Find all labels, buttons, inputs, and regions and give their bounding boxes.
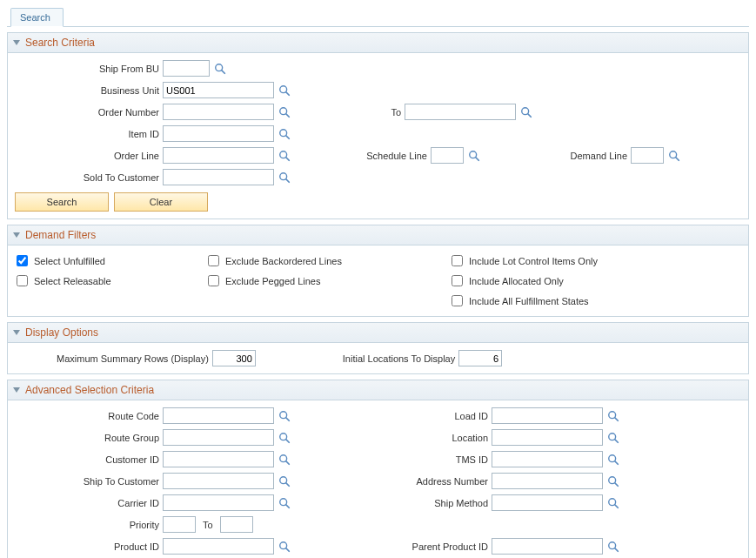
checkbox-input[interactable]	[452, 295, 463, 306]
priority-from-input[interactable]	[163, 516, 196, 533]
carrier-id-input[interactable]	[163, 494, 274, 511]
lookup-icon[interactable]	[278, 409, 291, 422]
search-button[interactable]: Search	[15, 192, 109, 212]
business-unit-label: Business Unit	[13, 85, 163, 96]
checkbox-input[interactable]	[452, 275, 463, 286]
lookup-icon[interactable]	[278, 171, 291, 184]
initial-locations-input[interactable]	[458, 350, 502, 366]
checkbox-input[interactable]	[452, 255, 463, 266]
tms-id-label: TMS ID	[352, 454, 492, 465]
product-id-input[interactable]	[163, 538, 274, 555]
checkbox-input[interactable]	[208, 255, 219, 266]
lookup-icon[interactable]	[519, 105, 532, 118]
exclude-backordered-checkbox[interactable]: Exclude Backordered Lines	[204, 252, 448, 269]
parent-product-id-label: Parent Product ID	[352, 541, 492, 552]
select-releasable-checkbox[interactable]: Select Releasable	[13, 272, 204, 289]
lookup-icon[interactable]	[278, 453, 291, 466]
order-number-to-label: To	[352, 107, 405, 118]
lookup-icon[interactable]	[278, 105, 291, 118]
product-id-label: Product ID	[13, 541, 163, 552]
load-id-input[interactable]	[492, 407, 603, 424]
checkbox-label: Exclude Pegged Lines	[225, 276, 320, 286]
lookup-icon[interactable]	[278, 474, 291, 487]
include-allocated-checkbox[interactable]: Include Allocated Only	[448, 272, 726, 289]
section-header-demand-filters[interactable]: Demand Filters	[7, 225, 749, 245]
lookup-icon[interactable]	[278, 496, 291, 509]
checkbox-input[interactable]	[17, 275, 28, 286]
route-code-input[interactable]	[163, 407, 274, 424]
address-number-input[interactable]	[492, 473, 603, 489]
include-lot-checkbox[interactable]: Include Lot Control Items Only	[448, 252, 726, 269]
max-rows-input[interactable]	[212, 350, 256, 366]
ship-from-bu-label: Ship From BU	[13, 64, 163, 74]
collapse-icon	[13, 232, 20, 238]
lookup-icon[interactable]	[278, 540, 291, 553]
lookup-icon[interactable]	[213, 62, 226, 75]
business-unit-input[interactable]	[163, 82, 274, 98]
checkbox-input[interactable]	[208, 275, 219, 286]
ship-from-bu-input[interactable]	[163, 60, 210, 77]
tab-bar: Search	[7, 7, 749, 27]
lookup-icon[interactable]	[606, 474, 619, 487]
location-label: Location	[352, 433, 492, 443]
exclude-pegged-checkbox[interactable]: Exclude Pegged Lines	[204, 272, 448, 289]
clear-button[interactable]: Clear	[114, 192, 208, 212]
demand-line-input[interactable]	[631, 147, 664, 164]
section-header-search-criteria[interactable]: Search Criteria	[7, 32, 749, 53]
tab-search[interactable]: Search	[10, 8, 64, 27]
route-group-input[interactable]	[163, 429, 274, 446]
lookup-icon[interactable]	[467, 149, 480, 162]
carrier-id-label: Carrier ID	[13, 498, 163, 508]
checkbox-input[interactable]	[17, 255, 28, 266]
section-header-advanced[interactable]: Advanced Selection Criteria	[7, 380, 749, 400]
lookup-icon[interactable]	[278, 149, 291, 162]
route-code-label: Route Code	[13, 411, 163, 421]
sold-to-customer-label: Sold To Customer	[13, 172, 163, 183]
item-id-input[interactable]	[163, 125, 274, 142]
order-line-input[interactable]	[163, 147, 274, 164]
demand-line-label: Demand Line	[552, 151, 631, 161]
lookup-icon[interactable]	[278, 84, 291, 97]
order-number-input[interactable]	[163, 104, 274, 120]
address-number-label: Address Number	[352, 476, 492, 487]
checkbox-label: Include Allocated Only	[469, 276, 564, 286]
max-rows-label: Maximum Summary Rows (Display)	[57, 353, 212, 364]
lookup-icon[interactable]	[278, 431, 291, 444]
schedule-line-input[interactable]	[431, 147, 464, 164]
ship-to-customer-label: Ship To Customer	[13, 476, 163, 487]
section-demand-filters: Demand Filters Select Unfulfilled Exclud…	[7, 225, 749, 317]
section-title: Search Criteria	[25, 37, 95, 49]
parent-product-id-input[interactable]	[492, 538, 603, 555]
section-display-options: Display Options Maximum Summary Rows (Di…	[7, 322, 749, 374]
collapse-icon	[13, 387, 20, 393]
priority-to-input[interactable]	[220, 516, 253, 533]
location-input[interactable]	[492, 429, 603, 446]
lookup-icon[interactable]	[606, 540, 619, 553]
sold-to-customer-input[interactable]	[163, 169, 274, 185]
lookup-icon[interactable]	[606, 409, 619, 422]
select-unfulfilled-checkbox[interactable]: Select Unfulfilled	[13, 252, 204, 269]
tms-id-input[interactable]	[492, 451, 603, 467]
lookup-icon[interactable]	[606, 496, 619, 509]
lookup-icon[interactable]	[278, 127, 291, 140]
priority-label: Priority	[13, 520, 163, 530]
lookup-icon[interactable]	[606, 431, 619, 444]
section-title: Display Options	[25, 326, 98, 339]
order-line-label: Order Line	[13, 151, 163, 161]
section-header-display-options[interactable]: Display Options	[7, 322, 749, 343]
lookup-icon[interactable]	[667, 149, 680, 162]
customer-id-input[interactable]	[163, 451, 274, 467]
include-all-states-checkbox[interactable]: Include All Fulfillment States	[448, 292, 726, 309]
ship-to-customer-input[interactable]	[163, 473, 274, 489]
collapse-icon	[13, 40, 20, 45]
load-id-label: Load ID	[352, 411, 492, 421]
customer-id-label: Customer ID	[13, 454, 163, 465]
route-group-label: Route Group	[13, 433, 163, 443]
section-title: Advanced Selection Criteria	[25, 384, 154, 396]
item-id-label: Item ID	[13, 129, 163, 139]
section-search-criteria: Search Criteria Ship From BU Business Un…	[7, 32, 749, 219]
ship-method-input[interactable]	[492, 494, 603, 511]
lookup-icon[interactable]	[606, 453, 619, 466]
checkbox-label: Include Lot Control Items Only	[469, 256, 598, 266]
order-number-to-input[interactable]	[405, 104, 516, 120]
